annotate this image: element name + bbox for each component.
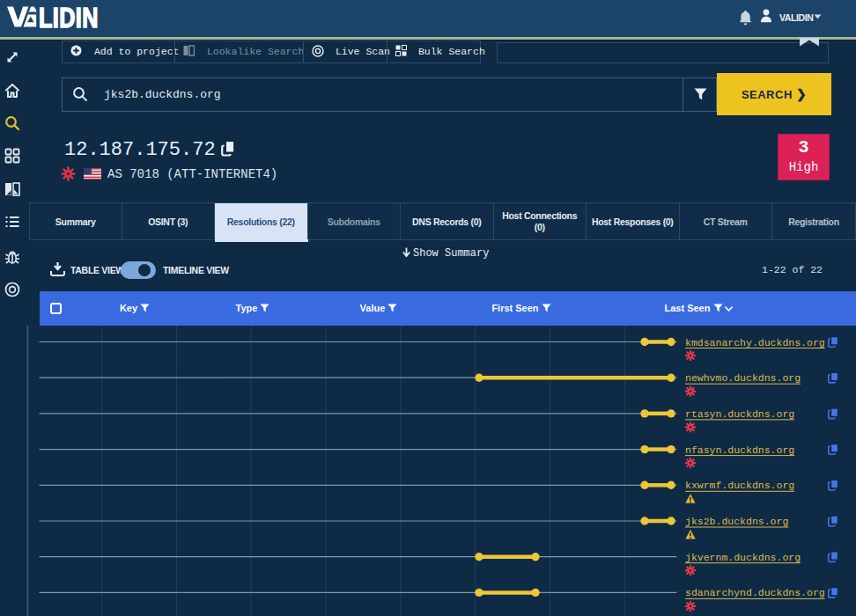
svg-text:LIDIN: LIDIN — [39, 4, 99, 32]
svg-text:jks2b.duckdns.org: jks2b.duckdns.org — [685, 516, 788, 527]
svg-text:sdanarchynd.duckdns.org: sdanarchynd.duckdns.org — [685, 587, 825, 598]
svg-text:nfasyn.duckdns.org: nfasyn.duckdns.org — [685, 444, 794, 456]
svg-text:jkvernm.duckdns.org: jkvernm.duckdns.org — [685, 552, 801, 563]
svg-text:rtasyn.duckdns.org: rtasyn.duckdns.org — [685, 408, 794, 420]
svg-text:kmdsanarchy.duckdns.org: kmdsanarchy.duckdns.org — [685, 337, 825, 348]
svg-text:kxwrmf.duckdns.org: kxwrmf.duckdns.org — [685, 480, 794, 491]
svg-text:newhvmo.duckdns.org: newhvmo.duckdns.org — [685, 372, 801, 384]
